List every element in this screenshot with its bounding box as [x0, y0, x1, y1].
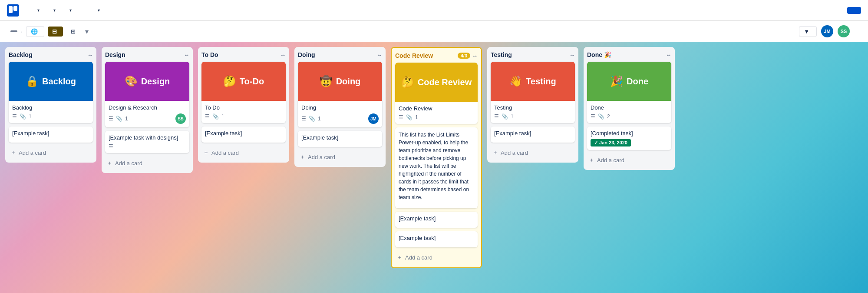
column-title: To Do	[201, 51, 218, 58]
add-card-button[interactable]: ＋Add a card	[395, 251, 478, 264]
card[interactable]: [Example task]	[9, 127, 93, 143]
column-header-testing: Testing↔	[491, 51, 575, 58]
chevron-down-icon: ▾	[69, 8, 72, 13]
card[interactable]: [Example task]	[298, 131, 382, 147]
cover-emoji: 🎉	[610, 75, 623, 87]
nav-plans[interactable]: ▾	[63, 5, 76, 15]
chevron-down-icon: ▾	[37, 8, 40, 13]
card[interactable]: 🎉DoneDone☰📎2	[587, 62, 671, 123]
card-meta: ☰📎1JM	[301, 113, 379, 124]
attachment-icon: 📎	[598, 113, 604, 120]
card[interactable]: 👋TestingTesting☰📎1	[491, 62, 575, 123]
card[interactable]: 🔒BacklogBacklog☰📎1	[9, 62, 93, 123]
table-view-button[interactable]: ⊞	[66, 27, 82, 37]
column-title: Code Review	[395, 52, 433, 59]
nav-pricing[interactable]	[79, 8, 88, 13]
board-header: · 🌐 ⊟ ⊞ ▾ ▼ JM SS	[0, 21, 868, 42]
card-title: [Example task]	[301, 134, 379, 141]
card-meta: ☰📎1	[205, 113, 282, 120]
column-header-doing: Doing↔	[298, 51, 382, 58]
description-icon: ☰	[109, 116, 113, 122]
login-button[interactable]	[832, 8, 842, 13]
column-actions[interactable]: ↔	[280, 52, 286, 58]
card-title: To Do	[205, 104, 282, 111]
card[interactable]: 🤔Code ReviewCode Review☰📎1	[395, 63, 478, 124]
column-actions[interactable]: ↔	[376, 52, 382, 58]
add-card-button[interactable]: ＋Add a card	[9, 146, 93, 159]
add-card-button[interactable]: ＋Add a card	[201, 146, 286, 159]
add-card-button[interactable]: ＋Add a card	[491, 146, 575, 159]
description-icon: ☰	[494, 113, 499, 120]
cover-emoji: 🔒	[26, 75, 39, 87]
description-icon: ☰	[109, 143, 113, 150]
board-view-button[interactable]: ⊟	[48, 27, 63, 37]
column-more-icon[interactable]: ↔	[666, 52, 671, 58]
attachment-count: 1	[29, 113, 32, 120]
column-actions[interactable]: ↔	[87, 52, 93, 58]
visibility-button[interactable]: 🌐	[26, 26, 44, 37]
separator: ·	[21, 28, 23, 35]
card-cover: 👋Testing	[491, 62, 575, 101]
card-meta: ☰📎1	[12, 113, 89, 120]
column-done: Done 🎉↔🎉DoneDone☰📎2[Completed task]✓ Jan…	[584, 47, 675, 170]
cover-text: Code Review	[418, 77, 472, 87]
get-trello-button[interactable]	[847, 7, 861, 14]
nav-features[interactable]: ▾	[31, 5, 44, 15]
card[interactable]: [Example task]	[395, 212, 478, 228]
nav-resources[interactable]: ▾	[92, 5, 104, 15]
view-dropdown-button[interactable]: ▾	[85, 27, 89, 36]
cover-text: Testing	[526, 77, 556, 87]
column-more-icon[interactable]: ↔	[184, 52, 189, 58]
filter-button[interactable]: ▼	[799, 26, 817, 37]
attachment-count: 1	[511, 113, 514, 120]
card-body: [Example task]	[395, 231, 478, 247]
card-body: [Example task]	[491, 127, 575, 143]
column-actions[interactable]: ↔	[184, 52, 189, 58]
card[interactable]: 🤠DoingDoing☰📎1JM	[298, 62, 382, 127]
card[interactable]: 🎨DesignDesign & Research☰📎1SS	[105, 62, 189, 127]
card-body: [Completed task]✓ Jan 23, 2020	[587, 127, 671, 150]
cover-emoji: 👋	[509, 75, 522, 87]
card[interactable]: 🤔To-DoTo Do☰📎1	[201, 62, 286, 123]
add-card-button[interactable]: ＋Add a card	[105, 156, 189, 170]
card-body: To Do☰📎1	[201, 101, 286, 123]
card-title: Done	[591, 104, 668, 111]
plus-icon: ＋	[10, 149, 16, 156]
card-body: Doing☰📎1JM	[298, 101, 382, 127]
column-more-icon[interactable]: ↔	[569, 52, 575, 58]
card[interactable]: [Example task with designs]☰	[105, 131, 189, 153]
avatar-jm[interactable]: JM	[821, 25, 833, 37]
card-body: [Example task]	[9, 127, 93, 143]
column-more-icon[interactable]: ↔	[376, 52, 382, 58]
card-meta: ☰📎1	[494, 113, 571, 120]
column-actions[interactable]: ↔	[569, 52, 575, 58]
column-more-icon[interactable]: ↔	[87, 52, 93, 58]
column-actions[interactable]: ↔	[666, 52, 671, 58]
add-card-button[interactable]: ＋Add a card	[298, 150, 382, 163]
card-title: [Completed task]	[591, 130, 668, 137]
cover-text: To-Do	[240, 77, 264, 87]
logo[interactable]	[7, 4, 23, 17]
card[interactable]: [Example task]	[201, 127, 286, 143]
column-actions[interactable]: 4/3↔	[456, 53, 478, 59]
plus-icon: ＋	[397, 253, 403, 261]
card-meta: ☰	[109, 143, 186, 150]
plus-icon: ＋	[492, 149, 498, 156]
column-more-icon[interactable]: ↔	[472, 53, 478, 59]
card-avatar: SS	[175, 113, 186, 124]
add-card-button[interactable]: ＋Add a card	[587, 153, 671, 166]
card-meta: ☰📎1	[399, 114, 474, 120]
attachment-count: 2	[607, 113, 610, 120]
avatar-ss[interactable]: SS	[838, 25, 850, 37]
card[interactable]: [Example task]	[491, 127, 575, 143]
card-body: Code Review☰📎1	[395, 102, 478, 124]
col-limit-badge: 4/3	[458, 53, 470, 59]
nav-solutions[interactable]: ▾	[47, 5, 60, 15]
column-more-icon[interactable]: ↔	[280, 52, 286, 58]
card-body: Done☰📎2	[587, 101, 671, 123]
attachment-icon: 📎	[406, 114, 413, 120]
card[interactable]: [Example task]	[395, 231, 478, 247]
more-options-button[interactable]	[854, 30, 861, 33]
card[interactable]: This list has the List Limits Power-up e…	[395, 127, 478, 208]
card[interactable]: [Completed task]✓ Jan 23, 2020	[587, 127, 671, 150]
